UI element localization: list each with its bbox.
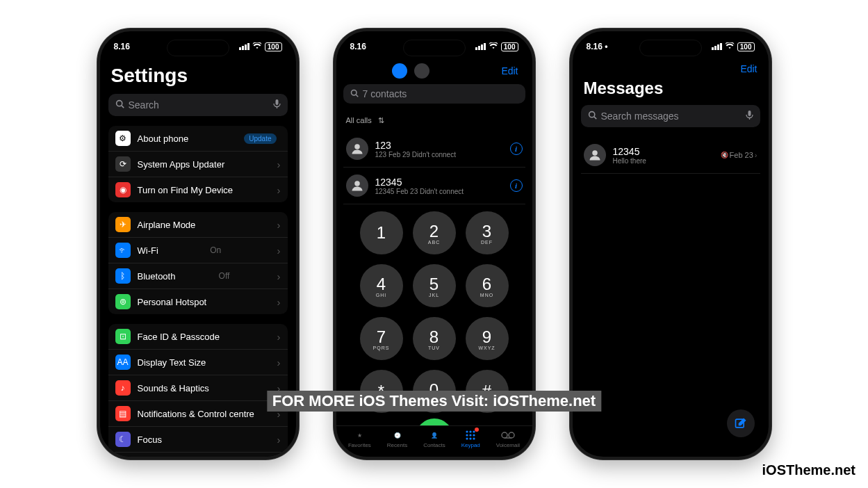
svg-point-6	[354, 181, 360, 186]
tab-keypad[interactable]: Keypad	[461, 429, 480, 448]
row-focus[interactable]: ☾ Focus ›	[108, 427, 288, 453]
row-label: Personal Hotspot	[138, 297, 207, 307]
settings-group-general: ⊡ Face ID & Passcode › AA Display Text S…	[108, 324, 288, 457]
key-letters: ABC	[428, 240, 440, 245]
svg-rect-21	[748, 111, 751, 116]
tab-label: Contacts	[423, 442, 445, 448]
settings-group-system: ⚙ About phone Update ⟳ System Apps Updat…	[108, 126, 288, 202]
svg-line-20	[593, 117, 596, 119]
call-entry[interactable]: 123123 Feb 29 Didn't connecti	[343, 131, 525, 168]
key-number: 1	[377, 223, 386, 243]
keypad-key-8[interactable]: 8TUV	[413, 317, 456, 360]
row-label: System Apps Updater	[138, 159, 225, 170]
mute-icon: 🔇	[721, 152, 728, 158]
filter-all-button[interactable]	[392, 63, 407, 79]
tab-favorites[interactable]: ★Favorites	[348, 429, 371, 448]
keypad-icon	[464, 429, 477, 441]
keypad-key-4[interactable]: 4GHI	[360, 264, 403, 307]
row-value: Off	[219, 271, 230, 281]
wifi-icon: ᯤ	[115, 243, 131, 258]
key-letters: WXYZ	[478, 345, 495, 350]
row-system-updater[interactable]: ⟳ System Apps Updater ›	[108, 152, 288, 177]
row-about-phone[interactable]: ⚙ About phone Update	[108, 126, 288, 152]
mic-icon[interactable]	[273, 99, 281, 111]
brand-watermark: iOSTheme.net	[762, 462, 855, 478]
wifi-icon	[725, 42, 735, 51]
contacts-search-input[interactable]: 7 contacts	[343, 84, 525, 104]
svg-point-14	[470, 437, 472, 439]
chevron-right-icon: ›	[277, 245, 281, 257]
key-number: 6	[482, 275, 491, 294]
wifi-icon	[252, 42, 262, 51]
notch	[403, 40, 466, 56]
status-time: 8.16	[350, 42, 366, 51]
search-placeholder: Search messages	[601, 111, 679, 122]
row-label: Airplane Mode	[138, 220, 196, 230]
search-placeholder: 7 contacts	[363, 88, 407, 99]
row-wifi[interactable]: ᯤ Wi-Fi On ›	[108, 238, 288, 263]
search-icon	[350, 88, 359, 99]
row-textsize[interactable]: AA Display Text Size ›	[108, 350, 288, 375]
avatar	[584, 144, 606, 166]
about-phone-icon: ⚙	[115, 131, 131, 146]
filter-missed-button[interactable]	[414, 63, 429, 79]
cellular-icon	[239, 43, 249, 50]
svg-point-12	[473, 434, 475, 436]
compose-button[interactable]	[727, 409, 755, 437]
tab-contacts[interactable]: 👤Contacts	[423, 429, 445, 448]
svg-point-15	[473, 437, 475, 439]
edit-button[interactable]: Edit	[740, 63, 757, 74]
row-faceid[interactable]: ⊡ Face ID & Passcode ›	[108, 324, 288, 350]
keypad-key-3[interactable]: 3DEF	[466, 211, 509, 254]
call-button[interactable]	[416, 418, 453, 425]
search-input[interactable]: Search	[108, 94, 288, 116]
keypad-key-6[interactable]: 6MNO	[466, 264, 509, 307]
key-number: 4	[377, 275, 386, 294]
updater-icon: ⟳	[115, 156, 131, 172]
chevron-right-icon: ›	[277, 331, 281, 343]
overlay-watermark: FOR MORE iOS Themes Visit: iOSTheme.net	[267, 391, 601, 412]
svg-line-4	[356, 95, 358, 97]
avatar	[346, 138, 368, 160]
update-badge[interactable]: Update	[244, 133, 276, 144]
mic-icon[interactable]	[746, 111, 753, 122]
row-screentime[interactable]: ⧗ Screen Time ›	[108, 453, 288, 457]
row-value: On	[210, 245, 221, 255]
call-entry[interactable]: 1234512345 Feb 23 Didn't connecti	[343, 168, 525, 204]
call-subtitle: 12345 Feb 23 Didn't connect	[375, 188, 464, 195]
keypad-key-5[interactable]: 5JKL	[413, 264, 456, 307]
hotspot-icon: ⊚	[115, 294, 131, 309]
chevron-right-icon: ›	[277, 158, 281, 170]
chevron-right-icon: ›	[755, 151, 758, 159]
info-icon[interactable]: i	[510, 179, 523, 192]
bluetooth-icon: ᛒ	[115, 268, 131, 284]
tab-label: Voicemail	[496, 442, 520, 448]
messages-search-input[interactable]: Search messages	[581, 105, 760, 127]
call-subtitle: 123 Feb 29 Didn't connect	[375, 151, 456, 158]
thread-date: Feb 23	[730, 151, 753, 159]
chevron-right-icon: ›	[277, 270, 280, 282]
row-hotspot[interactable]: ⊚ Personal Hotspot ›	[108, 289, 288, 314]
row-find-my-device[interactable]: ◉ Turn on Find My Device ›	[108, 177, 288, 202]
tab-voicemail[interactable]: Voicemail	[496, 429, 520, 448]
row-bluetooth[interactable]: ᛒ Bluetooth Off ›	[108, 263, 288, 289]
keypad-key-7[interactable]: 7PQRS	[360, 317, 403, 360]
keypad-key-9[interactable]: 9WXYZ	[466, 317, 509, 360]
row-sounds[interactable]: ♪ Sounds & Haptics ›	[108, 375, 288, 401]
call-filter[interactable]: All calls ⇅	[343, 113, 525, 131]
keypad-key-2[interactable]: 2ABC	[413, 211, 456, 254]
keypad-key-1[interactable]: 1	[360, 211, 403, 254]
tab-recents[interactable]: 🕘Recents	[387, 429, 407, 448]
row-notifications[interactable]: ▤ Notifications & Control centre ›	[108, 401, 288, 427]
row-airplane[interactable]: ✈ Airplane Mode ›	[108, 212, 288, 238]
voicemail-icon	[501, 429, 515, 441]
chevron-right-icon: ›	[277, 357, 281, 368]
info-icon[interactable]: i	[510, 143, 523, 155]
key-number: 9	[482, 327, 491, 347]
search-icon	[588, 111, 597, 122]
tab-label: Favorites	[348, 442, 371, 448]
row-label: Face ID & Passcode	[138, 332, 220, 342]
message-thread[interactable]: 12345 Hello there 🔇 Feb 23 ›	[581, 137, 760, 174]
edit-button[interactable]: Edit	[501, 65, 518, 76]
notch	[639, 40, 702, 56]
